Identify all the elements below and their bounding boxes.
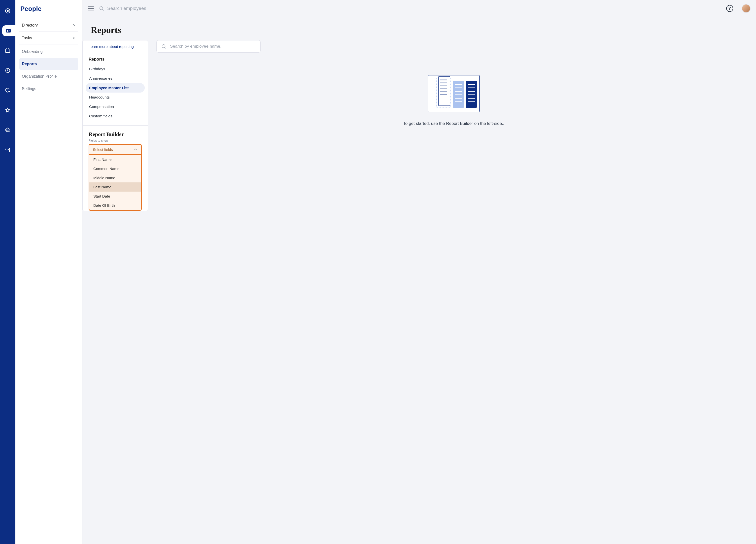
report-item-headcounts[interactable]: Headcounts (86, 93, 145, 102)
option-first-name[interactable]: First Name (89, 155, 141, 164)
employee-name-input[interactable] (170, 44, 256, 49)
svg-rect-29 (466, 81, 477, 108)
report-item-birthdays[interactable]: Birthdays (86, 64, 145, 74)
content: Reports Learn more about reporting Repor… (82, 17, 756, 544)
menu-toggle-icon[interactable] (88, 5, 94, 11)
report-item-custom-fields[interactable]: Custom fields (86, 111, 145, 121)
reports-list: Birthdays Anniversaries Employee Master … (83, 63, 148, 125)
hint-text: To get started, use the Report Builder o… (403, 121, 504, 126)
star-icon[interactable] (2, 105, 13, 116)
page-title: Reports (82, 17, 756, 40)
panel-row: Learn more about reporting Reports Birth… (82, 40, 756, 221)
option-date-of-birth[interactable]: Date Of Birth (89, 201, 141, 210)
sidebar-item-label: Directory (22, 23, 38, 28)
chevron-up-icon (134, 147, 137, 151)
report-builder-heading: Report Builder (83, 126, 148, 138)
svg-rect-6 (6, 49, 10, 53)
sidebar-item-tasks[interactable]: Tasks (19, 32, 78, 44)
reports-section-heading: Reports (83, 52, 148, 63)
report-illustration-icon (428, 75, 480, 112)
report-item-employee-master[interactable]: Employee Master List (86, 83, 145, 93)
chevron-right-icon (72, 24, 76, 27)
chevron-right-icon (72, 36, 76, 40)
employee-name-search[interactable] (156, 40, 261, 53)
calendar-icon[interactable] (2, 45, 13, 56)
svg-rect-15 (439, 76, 450, 106)
search-icon (161, 44, 167, 49)
sidebar-item-label: Settings (22, 87, 36, 91)
report-item-anniversaries[interactable]: Anniversaries (86, 74, 145, 83)
sidebar-item-org-profile[interactable]: Organization Profile (19, 70, 78, 83)
reports-panel: Learn more about reporting Reports Birth… (82, 40, 148, 211)
sidebar-item-settings[interactable]: Settings (19, 83, 78, 95)
svg-rect-22 (453, 81, 464, 108)
learn-more-link[interactable]: Learn more about reporting (83, 40, 148, 52)
heart-plus-icon[interactable] (2, 85, 13, 96)
clock-icon[interactable] (2, 65, 13, 76)
svg-point-9 (7, 129, 8, 130)
option-middle-name[interactable]: Middle Name (89, 173, 141, 182)
logo-icon[interactable] (2, 5, 13, 16)
sidebar-item-directory[interactable]: Directory (19, 19, 78, 32)
sidebar-item-onboarding[interactable]: Onboarding (19, 45, 78, 58)
svg-rect-4 (9, 30, 10, 31)
icon-rail (0, 0, 15, 544)
svg-point-3 (7, 30, 8, 31)
search-icon (99, 6, 104, 11)
people-icon[interactable] (2, 25, 16, 36)
global-search-input[interactable] (107, 6, 721, 11)
person-search-icon[interactable] (2, 125, 13, 136)
option-last-name[interactable]: Last Name (89, 182, 141, 192)
secondary-sidebar: People Directory Tasks Onboarding Report… (15, 0, 82, 544)
sidebar-item-label: Tasks (22, 36, 32, 40)
sidebar-item-reports[interactable]: Reports (19, 58, 78, 70)
global-search[interactable] (99, 6, 721, 11)
option-common-name[interactable]: Common Name (89, 164, 141, 173)
svg-point-12 (162, 45, 165, 48)
fields-select: Select fields First Name Common Name Mid… (89, 144, 142, 211)
store-icon[interactable] (2, 144, 13, 155)
fields-options: First Name Common Name Middle Name Last … (89, 155, 142, 211)
report-item-compensation[interactable]: Compensation (86, 102, 145, 111)
svg-point-1 (7, 10, 9, 12)
fields-select-trigger[interactable]: Select fields (89, 144, 142, 155)
fields-to-show-label: Fields to show (83, 138, 148, 144)
option-start-date[interactable]: Start Date (89, 192, 141, 201)
sidebar-item-label: Organization Profile (22, 74, 57, 79)
module-title: People (19, 5, 78, 13)
help-button[interactable]: ? (726, 5, 733, 12)
app-root: People Directory Tasks Onboarding Report… (0, 0, 756, 544)
svg-point-10 (100, 7, 103, 10)
svg-rect-5 (9, 31, 10, 31)
main: ? Reports Learn more about reporting Rep… (82, 0, 756, 544)
topbar: ? (82, 0, 756, 17)
sidebar-item-label: Reports (22, 62, 37, 66)
sidebar-item-label: Onboarding (22, 49, 43, 54)
fields-select-placeholder: Select fields (93, 147, 113, 152)
right-area: To get started, use the Report Builder o… (156, 40, 751, 126)
avatar[interactable] (742, 4, 751, 13)
